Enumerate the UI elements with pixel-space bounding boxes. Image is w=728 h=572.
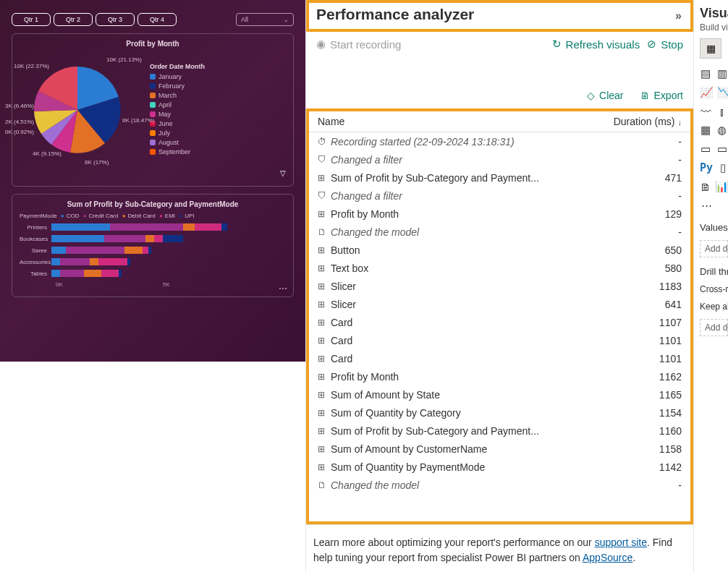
bar-segment[interactable] (51, 258, 60, 265)
bar-segment[interactable] (66, 247, 124, 254)
bar-segment[interactable] (127, 258, 130, 265)
legend-item[interactable]: August (150, 139, 205, 146)
perf-result-row[interactable]: ⊞Slicer1183 (309, 277, 690, 295)
bar-segment[interactable] (101, 270, 119, 277)
bar-segment[interactable] (148, 247, 151, 254)
bar-segment[interactable] (104, 235, 145, 242)
legend-item[interactable]: ●Debit Card (120, 213, 155, 219)
paginated-icon[interactable]: 🗎 (700, 180, 711, 193)
python-visual-icon[interactable]: Py (700, 161, 713, 174)
perf-result-row[interactable]: ⊞Profit by Month129 (309, 205, 690, 223)
quarter-button[interactable]: Qtr 4 (137, 13, 177, 26)
line-chart-icon[interactable]: 📈 (700, 86, 713, 99)
bar-segment[interactable] (154, 235, 163, 242)
column-chart-icon[interactable]: 📊 (715, 180, 728, 193)
profit-by-month-visual[interactable]: Profit by Month 10K (21.13%) (12, 33, 294, 187)
refresh-icon: ↻ (552, 38, 562, 51)
bar-segment[interactable] (84, 270, 101, 277)
perf-result-row[interactable]: ⛉Changed a filter- (309, 150, 690, 168)
perf-result-row[interactable]: ⊞Card1107 (309, 313, 690, 331)
clustered-bar-icon[interactable]: ▥ (716, 67, 729, 80)
values-field-well[interactable]: Add data fields here (700, 240, 728, 257)
perf-result-row[interactable]: ⊞Sum of Profit by Sub-Category and Payme… (309, 422, 690, 440)
perf-result-row[interactable]: 🗋Changed the model- (309, 223, 690, 241)
column-header-duration[interactable]: Duration (ms)↓ (588, 116, 682, 127)
perf-result-row[interactable]: ⊞Slicer641 (309, 295, 690, 313)
perf-result-row[interactable]: ⊞Sum of Quantity by PaymentMode1142 (309, 458, 690, 476)
appsource-link[interactable]: AppSource (583, 552, 632, 563)
collapse-panel-icon[interactable]: » (675, 9, 682, 22)
bar-segment[interactable] (90, 258, 98, 265)
expand-chevron-icon[interactable]: ▽ (20, 169, 286, 177)
slicer-dropdown[interactable]: All ⌄ (236, 13, 294, 26)
perf-result-row[interactable]: ⊞Profit by Month1162 (309, 367, 690, 385)
row-name: Profit by Month (331, 208, 624, 220)
legend-item[interactable]: May (150, 111, 205, 118)
perf-result-row[interactable]: ⊞Card1101 (309, 331, 690, 349)
bar-segment[interactable] (143, 247, 148, 254)
profit-by-subcat-visual[interactable]: Sum of Profit by Sub-Category and Paymen… (12, 194, 294, 297)
bar-segment[interactable] (60, 270, 83, 277)
perf-result-row[interactable]: ⏱Recording started (22-09-2024 13:18:31)… (309, 132, 690, 150)
perf-result-row[interactable]: ⊞Sum of Profit by Sub-Category and Payme… (309, 168, 690, 187)
perf-result-row[interactable]: ⊞Card1101 (309, 349, 690, 367)
perf-result-row[interactable]: ⛉Changed a filter- (309, 187, 690, 205)
more-options-icon[interactable]: ⋯ (279, 283, 289, 294)
drill-field-well[interactable]: Add drill-through fields here (700, 319, 728, 336)
stacked-bar-icon[interactable]: ▤ (700, 67, 712, 80)
column-header-name[interactable]: Name (318, 116, 588, 127)
clear-button[interactable]: ◇ Clear (587, 90, 623, 101)
bar-segment[interactable] (195, 223, 221, 231)
perf-result-row[interactable]: ⊞Sum of Amount by CustomerName1158 (309, 440, 690, 458)
quarter-button[interactable]: Qtr 2 (54, 13, 93, 26)
bar-segment[interactable] (51, 270, 60, 277)
legend-item[interactable]: ●UPI (177, 213, 194, 219)
more-visuals-icon[interactable]: ⋯ (700, 199, 713, 212)
bar-segment[interactable] (119, 270, 122, 277)
legend-item[interactable]: January (150, 73, 205, 80)
perf-result-row[interactable]: 🗋Changed the model- (309, 476, 690, 494)
bar-segment[interactable] (124, 247, 142, 254)
bar-segment[interactable] (51, 223, 110, 231)
matrix-icon[interactable]: ▦ (700, 124, 712, 137)
bar-track (51, 235, 286, 242)
perf-result-row[interactable]: ⊞Sum of Amount by State1165 (309, 385, 690, 404)
export-button[interactable]: 🗎 Export (640, 90, 683, 101)
legend-item[interactable]: April (150, 101, 205, 108)
legend-item[interactable]: September (150, 148, 205, 155)
legend-item[interactable]: February (150, 82, 205, 90)
perf-footer-note: Learn more about optimizing your report'… (306, 524, 693, 572)
legend-item[interactable]: ●EMI (158, 213, 175, 219)
legend-item[interactable]: ●Credit Card (81, 213, 118, 219)
waterfall-icon[interactable]: ⫿ (716, 105, 729, 118)
bar-segment[interactable] (51, 247, 66, 254)
bar-segment[interactable] (51, 235, 104, 242)
multi-card-icon[interactable]: ▭ (716, 142, 729, 155)
quarter-button[interactable]: Qtr 3 (96, 13, 135, 26)
bar-segment[interactable] (145, 235, 154, 242)
bar-segment[interactable] (183, 223, 195, 231)
bar-segment[interactable] (221, 223, 227, 231)
row-duration: 129 (624, 208, 682, 220)
stop-button[interactable]: ⊘ Stop (647, 38, 683, 51)
legend-item[interactable]: ●COD (61, 213, 80, 219)
perf-result-row[interactable]: ⊞Sum of Quantity by Category1154 (309, 404, 690, 422)
legend-item[interactable]: June (150, 120, 205, 127)
bar-segment[interactable] (110, 223, 183, 231)
table-icon[interactable]: ◍ (716, 124, 729, 137)
ribbon-chart-icon[interactable]: 〰 (700, 105, 712, 118)
bar-segment[interactable] (163, 235, 183, 242)
bar-segment[interactable] (98, 258, 128, 265)
quarter-button[interactable]: Qtr 1 (12, 13, 51, 26)
refresh-visuals-button[interactable]: ↻ Refresh visuals (552, 38, 640, 51)
bar-segment[interactable] (60, 258, 90, 265)
legend-item[interactable]: July (150, 129, 205, 137)
card-icon[interactable]: ▭ (700, 142, 712, 155)
legend-item[interactable]: March (150, 92, 205, 99)
perf-result-row[interactable]: ⊞Text box580 (309, 259, 690, 277)
perf-result-row[interactable]: ⊞Button650 (309, 241, 690, 259)
support-site-link[interactable]: support site (595, 537, 647, 548)
key-influencers-icon[interactable]: ▯ (717, 161, 728, 174)
area-chart-icon[interactable]: 📉 (717, 86, 728, 99)
build-visual-tab[interactable]: ▦ (700, 38, 721, 59)
